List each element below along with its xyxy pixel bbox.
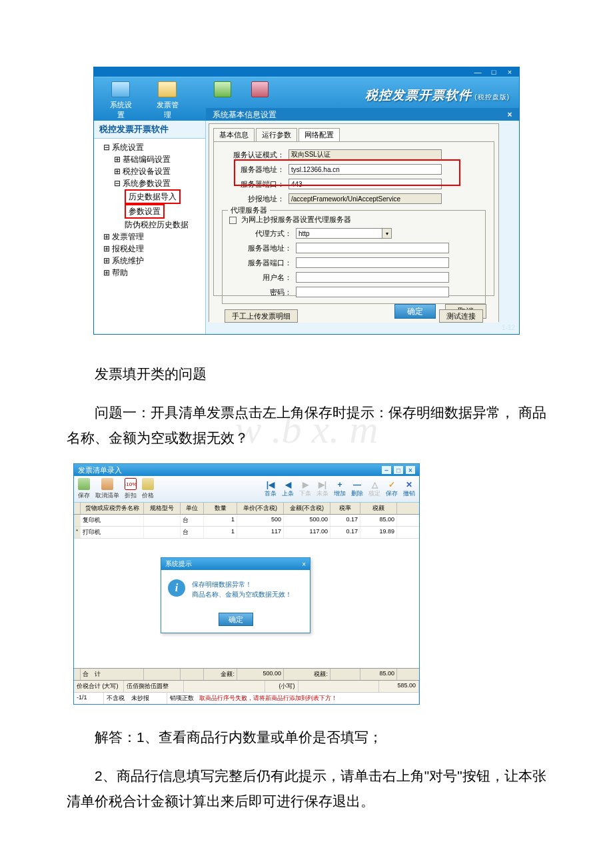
test-connection-button[interactable]: 测试连接 (439, 309, 483, 323)
nav-check: △核定 (368, 480, 380, 498)
table-cell: 117.00 (284, 527, 330, 538)
chevron-down-icon[interactable]: ▾ (382, 228, 392, 239)
icon-label: 发票管理 (157, 101, 179, 119)
table-cell: 500 (237, 515, 284, 526)
green-icon[interactable] (214, 81, 231, 97)
version-label: 1-12 (502, 324, 515, 331)
answer-line-2: 2、商品行信息填写完整后仍有此提示，请单击右上角"对号"按钮，让本张清单价税合计… (67, 763, 546, 814)
tree-node-param-setting[interactable]: 参数设置 (98, 204, 201, 219)
info-icon: i (168, 579, 185, 597)
table-row[interactable]: *打印机台1117117.000.1719.89 (74, 527, 419, 539)
list-titlebar: 发票清单录入 – □ × (74, 464, 419, 476)
nav-last: ▶|末条 (316, 480, 328, 498)
input-server-addr[interactable]: tysl.12366.ha.cn (289, 164, 442, 175)
cancel-list-button[interactable]: 取消清单 (95, 478, 119, 500)
footer-amount-label: 金额: (204, 669, 237, 680)
tree-node-system[interactable]: ⊟ 系统设置 (98, 141, 201, 153)
proxy-checkbox[interactable] (229, 217, 237, 224)
status-copy-mode: 未抄报 (131, 695, 149, 701)
tree-node[interactable]: ⊞ 报税处理 (98, 243, 201, 255)
nav-first[interactable]: |◀首条 (265, 480, 277, 498)
maximize-button[interactable]: □ (394, 466, 403, 474)
nav-label: 首条 (265, 489, 277, 498)
tree-node[interactable]: ⊞ 基础编码设置 (98, 153, 201, 165)
price-button[interactable]: 价格 (142, 478, 154, 500)
sub-close-button[interactable]: × (503, 110, 516, 119)
nav-add[interactable]: +增加 (334, 480, 346, 498)
table-cell (144, 527, 181, 538)
nav-delete[interactable]: —删除 (351, 480, 363, 498)
grid-header: 货物或应税劳务名称规格型号单位数量单价(不含税)金额(不含税)税率税额 (74, 503, 419, 515)
table-row[interactable]: 复印机台1500500.000.1785.00 (74, 515, 419, 527)
nav-label: 删除 (351, 489, 363, 498)
status-tax-mode: 不含税 (107, 695, 125, 701)
label-auth-mode: 服务认证模式： (222, 150, 289, 160)
input-server-port[interactable]: 443 (289, 179, 442, 189)
sidebar-title: 税控发票开票软件 (94, 121, 205, 139)
column-header: 单位 (181, 503, 204, 514)
input-proxy-addr[interactable] (296, 243, 449, 253)
total-lower-label: (小写) (265, 681, 299, 692)
nav-prev[interactable]: ◀上条 (282, 480, 294, 498)
tree-node[interactable]: ⊞ 发票管理 (98, 231, 201, 243)
discount-button[interactable]: -10%折扣 (125, 478, 137, 500)
column-header: 数量 (204, 503, 237, 514)
status-qty-label: 销项正数 (170, 695, 194, 701)
tab-runtime[interactable]: 运行参数 (256, 128, 297, 141)
label-proxy-pass: 密码： (229, 287, 296, 297)
nav-void[interactable]: ✕撤销 (403, 480, 415, 498)
header-band: 系统设置 发票管理 税控发票开票软件(税控盘版) 系统基本信息设置 × (94, 77, 519, 121)
nav-next: ▶下条 (299, 480, 311, 498)
table-cell (144, 515, 181, 526)
minimize-button[interactable]: — (472, 68, 483, 76)
proxy-fieldset: 代理服务器 为网上抄报服务器设置代理服务器 代理方式： http ▾ (222, 210, 486, 304)
input-proxy-port[interactable] (296, 257, 449, 268)
prompt-title: 系统提示 (165, 559, 192, 569)
tree-node[interactable]: ⊞ 税控设备设置 (98, 165, 201, 177)
tool-icon[interactable] (251, 81, 269, 97)
tab-network[interactable]: 网络配置 (299, 128, 340, 141)
field-auth-mode: 双向SSL认证 (289, 149, 442, 160)
table-cell: 0.17 (330, 527, 360, 538)
status-page: -1/1 (74, 693, 104, 704)
tree-node[interactable]: 防伪税控历史数据 (98, 219, 201, 231)
nav-label: 撤销 (403, 489, 415, 498)
prompt-ok-button[interactable]: 确定 (219, 613, 253, 626)
close-button[interactable]: × (504, 68, 515, 76)
nav-label: 增加 (334, 489, 346, 498)
label-proxy-user: 用户名： (229, 273, 296, 283)
tree-node-params[interactable]: ⊟ 系统参数设置 (98, 177, 201, 189)
input-proxy-user[interactable] (296, 272, 449, 283)
nav-label: 核定 (368, 489, 380, 498)
label-proxy-addr: 服务器地址： (229, 243, 296, 253)
label-server-addr: 服务器地址： (222, 165, 289, 175)
tab-basic[interactable]: 基本信息 (213, 128, 255, 141)
footer-amount: 500.00 (237, 669, 284, 680)
minimize-button[interactable]: – (382, 466, 391, 474)
table-cell: 1 (204, 515, 237, 526)
tabs: 基本信息 运行参数 网络配置 (209, 124, 498, 141)
total-label: 价税合计 (大写) (74, 681, 124, 692)
total-upper: 伍佰捌拾伍圆整 (124, 681, 184, 692)
close-button[interactable]: × (406, 466, 415, 474)
system-settings-icon[interactable]: 系统设置 (107, 81, 134, 120)
table-cell: 500.00 (284, 515, 330, 526)
tree-node[interactable]: 历史数据导入 (98, 189, 201, 204)
input-proxy-pass[interactable] (296, 287, 449, 297)
invoice-manage-icon[interactable]: 发票管理 (154, 81, 181, 120)
label-proxy-port: 服务器端口： (229, 258, 296, 268)
nav-confirm[interactable]: ✓保存 (386, 480, 398, 498)
select-proxy-mode[interactable]: http (296, 228, 382, 239)
tree-node[interactable]: ⊞ 帮助 (98, 267, 201, 279)
maximize-button[interactable]: □ (488, 68, 499, 76)
footer-tax: 85.00 (360, 669, 397, 680)
save-button[interactable]: 保存 (78, 478, 90, 500)
status-error-msg: 取商品行序号失败，请将新商品行添加到列表下方！ (199, 695, 337, 701)
table-cell: 台 (181, 527, 204, 538)
field-tax-addr: /acceptFramework/UniAcceptService (289, 193, 442, 204)
icon-label: 系统设置 (110, 101, 132, 119)
invoice-list-window: 发票清单录入 – □ × 保存取消清单-10%折扣价格 |◀首条◀上条▶下条▶|… (73, 463, 420, 705)
tree-node[interactable]: ⊞ 系统维护 (98, 255, 201, 267)
upload-detail-button[interactable]: 手工上传发票明细 (225, 309, 298, 323)
prompt-close-button[interactable]: × (302, 561, 306, 568)
